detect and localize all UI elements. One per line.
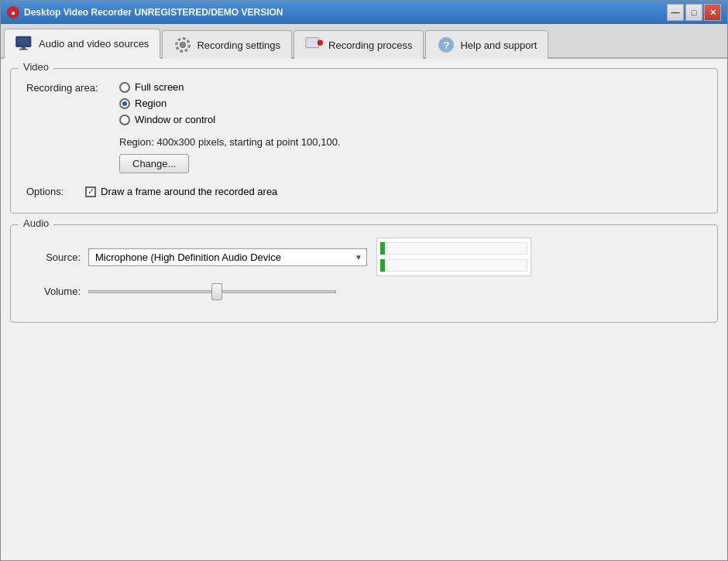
video-group-label: Video (19, 61, 53, 73)
radio-group-recording-area: Full screen Region Window or control (119, 81, 215, 125)
tab-recording-process-label: Recording process (328, 39, 412, 51)
radio-full-screen-circle (119, 82, 130, 93)
svg-rect-2 (22, 46, 26, 49)
recording-area-row: Recording area: Full screen Region (26, 81, 702, 125)
window-controls: — □ ✕ (667, 4, 721, 21)
draw-frame-checkbox-item[interactable]: Draw a frame around the recorded area (85, 186, 277, 197)
svg-rect-3 (19, 49, 27, 50)
svg-rect-1 (18, 38, 29, 45)
meter-bar-green-2 (380, 259, 385, 272)
volume-meter (376, 238, 531, 276)
radio-region-circle (119, 98, 130, 109)
app-icon: ● (7, 6, 19, 19)
radio-window-control[interactable]: Window or control (119, 114, 215, 125)
change-button[interactable]: Change... (119, 154, 189, 173)
tab-help-support[interactable]: ? Help and support (425, 30, 548, 59)
draw-frame-label: Draw a frame around the recorded area (101, 186, 277, 197)
svg-point-8 (318, 40, 323, 46)
recording-area-label: Recording area: (26, 81, 119, 94)
source-select-wrapper: Microphone (High Definition Audio Device… (88, 248, 367, 266)
main-window: ● Desktop Video Recorder UNREGISTERED/DE… (0, 0, 728, 561)
volume-slider[interactable] (88, 290, 336, 293)
meter-bar-empty-2 (386, 259, 527, 272)
tab-help-support-label: Help and support (460, 39, 537, 51)
options-row: Options: Draw a frame around the recorde… (26, 186, 702, 197)
audio-group: Audio Source: Microphone (High Definitio… (10, 224, 718, 323)
volume-meter-container (376, 238, 531, 276)
minimize-button[interactable]: — (667, 4, 684, 21)
meter-bar-empty-1 (386, 242, 527, 255)
source-label: Source: (26, 251, 88, 263)
radio-window-control-label: Window or control (135, 114, 215, 125)
meter-bar-row-1 (380, 242, 527, 255)
svg-point-4 (180, 42, 186, 47)
radio-region[interactable]: Region (119, 97, 215, 109)
radio-full-screen-label: Full screen (135, 81, 184, 93)
tab-audio-video[interactable]: Audio and video sources (4, 29, 160, 59)
region-info: Region: 400x300 pixels, starting at poin… (119, 136, 702, 148)
monitor-icon (15, 34, 34, 53)
tab-bar: Audio and video sources Recording settin… (1, 24, 727, 59)
source-select[interactable]: Microphone (High Definition Audio Device… (88, 248, 367, 266)
audio-source-row: Source: Microphone (High Definition Audi… (26, 238, 702, 276)
gear-icon (173, 36, 192, 54)
volume-label: Volume: (26, 286, 88, 297)
meter-bar-green-1 (380, 242, 385, 255)
title-bar-left: ● Desktop Video Recorder UNREGISTERED/DE… (7, 6, 283, 19)
audio-volume-row: Volume: (26, 286, 702, 297)
draw-frame-checkbox[interactable] (85, 186, 96, 197)
window-title: Desktop Video Recorder UNREGISTERED/DEMO… (24, 7, 283, 18)
maximize-button[interactable]: □ (685, 4, 702, 21)
radio-region-label: Region (135, 97, 167, 109)
video-group: Video Recording area: Full screen Region (10, 68, 718, 214)
title-bar: ● Desktop Video Recorder UNREGISTERED/DE… (1, 1, 727, 24)
tab-recording-process[interactable]: Recording process (294, 30, 424, 59)
audio-group-label: Audio (19, 217, 53, 229)
radio-window-control-circle (119, 115, 130, 125)
tab-recording-settings[interactable]: Recording settings (162, 30, 292, 59)
tab-recording-settings-label: Recording settings (197, 39, 280, 51)
record-icon (305, 36, 324, 54)
options-label: Options: (26, 186, 81, 197)
main-content: Video Recording area: Full screen Region (1, 59, 727, 560)
svg-rect-7 (307, 39, 318, 47)
close-button[interactable]: ✕ (704, 4, 721, 21)
radio-full-screen[interactable]: Full screen (119, 81, 215, 93)
help-icon: ? (437, 36, 455, 54)
tab-audio-video-label: Audio and video sources (39, 38, 149, 50)
meter-bar-row-2 (380, 259, 527, 272)
